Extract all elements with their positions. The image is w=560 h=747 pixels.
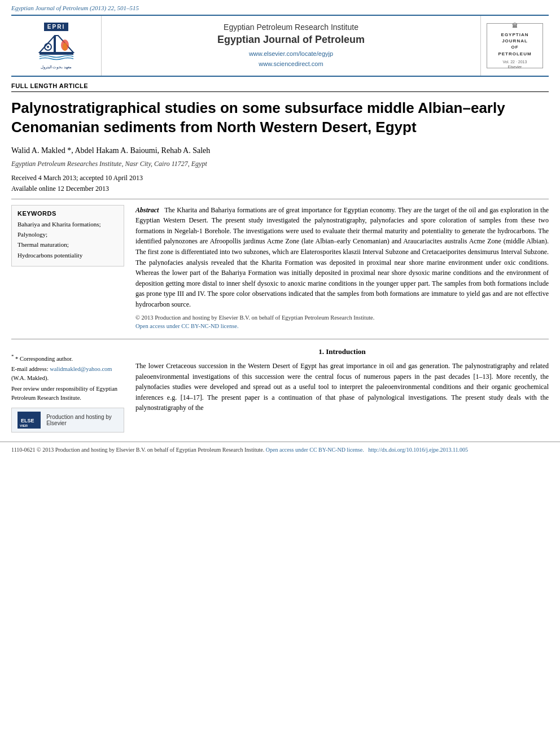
epri-arabic-label: معهد بحوث البترول	[41, 65, 72, 69]
header-section: EPRI معهد بحوث البترول Egyptian Petro	[11, 15, 549, 77]
email-link[interactable]: walidmakled@yahoo.com	[50, 366, 112, 372]
ejp-title1: EGYPTIAN	[501, 32, 529, 38]
elsevier-caption: Production and hosting by Elsevier	[46, 414, 118, 426]
elsevier-logo-icon: ELSE VIER	[18, 412, 41, 429]
elsevier-svg: ELSE VIER	[18, 413, 41, 427]
article-title: Palynostratigraphical studies on some su…	[11, 99, 549, 137]
bottom-bar: 1110-0621 © 2013 Production and hosting …	[0, 442, 560, 457]
link1: www.elsevier.com/locate/egyjp	[249, 50, 333, 57]
ejp-title3: OF	[511, 44, 518, 50]
keyword-3: Thermal maturation;	[18, 241, 118, 249]
open-access-bottom[interactable]: Open access under CC BY-NC-ND license.	[266, 447, 364, 453]
ejp-title2: JOURNAL	[502, 38, 528, 44]
bottom-right-col: 1. Introduction The lower Cretaceous suc…	[135, 347, 549, 433]
email-label: E-mail address:	[11, 366, 49, 372]
left-column: KEYWORDS Bahariya and Kharita formations…	[11, 205, 124, 331]
svg-point-4	[63, 43, 67, 51]
header-links: www.elsevier.com/locate/egyjp www.scienc…	[249, 49, 333, 69]
ejp-title4: PETROLEUM	[498, 51, 531, 57]
header-center: Egyptian Petroleum Research Institute Eg…	[102, 16, 481, 76]
issn-text: 1110-0621 © 2013 Production and hosting …	[11, 447, 264, 453]
link2: www.sciencedirect.com	[259, 60, 323, 67]
keyword-1: Bahariya and Kharita formations;	[18, 220, 118, 229]
intro-text: The lower Cretaceous succession in the W…	[135, 361, 549, 413]
ejp-logo-area: 🏛 EGYPTIAN JOURNAL OF PETROLEUM Vol. 22 …	[481, 16, 549, 76]
svg-text:VIER: VIER	[20, 424, 28, 427]
keyword-2: Palynology;	[18, 230, 118, 239]
abstract-label: Abstract	[135, 206, 159, 214]
journal-name: Egyptian Journal of Petroleum	[217, 34, 365, 46]
copyright-text: © 2013 Production and hosting by Elsevie…	[135, 314, 374, 321]
copyright-line: © 2013 Production and hosting by Elsevie…	[135, 313, 549, 331]
received-date: Received 4 March 2013; accepted 10 April…	[11, 174, 549, 182]
abstract-text: The Kharita and Bahariya formations are …	[135, 206, 549, 308]
right-column: Abstract The Kharita and Bahariya format…	[135, 205, 549, 331]
svg-point-6	[47, 46, 49, 48]
epri-logo-area: EPRI معهد بحوث البترول	[11, 16, 102, 76]
separator-1	[11, 199, 549, 199]
keywords-box: KEYWORDS Bahariya and Kharita formations…	[11, 205, 124, 267]
content-area: FULL LENGTH ARTICLE Palynostratigraphica…	[0, 77, 560, 433]
doi-link[interactable]: http://dx.doi.org/10.1016/j.ejpe.2013.11…	[368, 447, 468, 453]
epri-badge-text: EPRI	[44, 23, 68, 31]
peer-review-text: Peer review under responsibility of Egyp…	[11, 385, 124, 403]
email-line: E-mail address: walidmakled@yahoo.com (W…	[11, 365, 124, 383]
bottom-left-col: * * Corresponding author. E-mail address…	[11, 347, 124, 433]
article-type-label: FULL LENGTH ARTICLE	[11, 82, 549, 92]
corresponding-author: * * Corresponding author.	[11, 353, 124, 363]
authors-text: Walid A. Makled *, Abdel Hakam A. Baioum…	[11, 146, 210, 155]
authors-line: Walid A. Makled *, Abdel Hakam A. Baioum…	[11, 146, 549, 155]
svg-rect-0	[54, 36, 56, 53]
svg-text:ELSE: ELSE	[21, 418, 34, 423]
email-suffix: (W.A. Makled).	[11, 375, 49, 381]
open-access-link[interactable]: Open access under CC BY-NC-ND license.	[135, 323, 239, 329]
affiliation: Egyptian Petroleum Researches Institute,…	[11, 160, 549, 168]
epri-logo: EPRI معهد بحوث البترول	[20, 20, 93, 71]
footnotes-section: * * Corresponding author. E-mail address…	[11, 353, 124, 402]
keywords-title: KEYWORDS	[18, 210, 118, 217]
ejp-emblem: 🏛	[512, 22, 518, 30]
two-col-bottom: * * Corresponding author. E-mail address…	[11, 347, 549, 433]
ejp-logo: 🏛 EGYPTIAN JOURNAL OF PETROLEUM Vol. 22 …	[487, 23, 543, 68]
abstract-section: Abstract The Kharita and Bahariya format…	[135, 205, 549, 331]
svg-rect-2	[40, 53, 73, 55]
journal-reference: Egyptian Journal of Petroleum (2013) 22,…	[11, 5, 139, 11]
available-date: Available online 12 December 2013	[11, 185, 549, 193]
intro-heading: 1. Introduction	[135, 347, 549, 356]
elsevier-box: ELSE VIER Production and hosting by Else…	[11, 408, 124, 433]
ejp-details: Vol. 22 · 2013Elsevier	[503, 59, 527, 69]
top-bar: Egyptian Journal of Petroleum (2013) 22,…	[0, 0, 560, 15]
institute-name: Egyptian Petroleum Research Institute	[224, 23, 358, 32]
section-divider	[11, 339, 549, 339]
epri-logo-svg	[34, 33, 79, 64]
two-col-section: KEYWORDS Bahariya and Kharita formations…	[11, 205, 549, 331]
keyword-4: Hydrocarbons potentiality	[18, 251, 118, 260]
